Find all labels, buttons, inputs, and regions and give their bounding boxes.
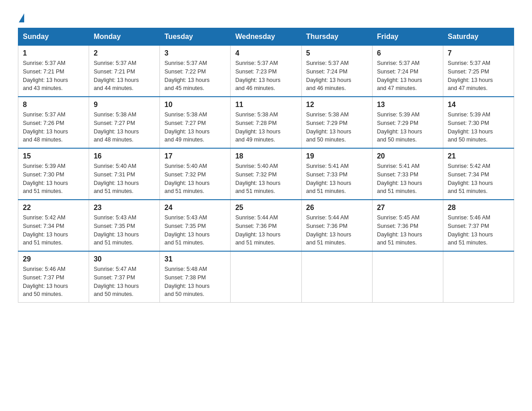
- day-number: 9: [94, 101, 155, 109]
- calendar-cell: 16 Sunrise: 5:40 AM Sunset: 7:31 PM Dayl…: [89, 148, 160, 200]
- day-number: 18: [235, 152, 296, 160]
- day-info: Sunrise: 5:42 AM Sunset: 7:34 PM Dayligh…: [448, 162, 509, 196]
- calendar-cell: 9 Sunrise: 5:38 AM Sunset: 7:27 PM Dayli…: [89, 97, 160, 148]
- calendar-cell: 29 Sunrise: 5:46 AM Sunset: 7:37 PM Dayl…: [18, 251, 89, 303]
- day-info: Sunrise: 5:37 AM Sunset: 7:21 PM Dayligh…: [94, 59, 155, 93]
- day-info: Sunrise: 5:38 AM Sunset: 7:27 PM Dayligh…: [94, 111, 155, 144]
- calendar-cell: 30 Sunrise: 5:47 AM Sunset: 7:37 PM Dayl…: [89, 251, 160, 303]
- calendar-cell: 3 Sunrise: 5:37 AM Sunset: 7:22 PM Dayli…: [160, 46, 231, 97]
- calendar-cell: 5 Sunrise: 5:37 AM Sunset: 7:24 PM Dayli…: [301, 46, 372, 97]
- calendar-cell: [372, 251, 443, 303]
- day-number: 31: [164, 255, 226, 263]
- day-info: Sunrise: 5:37 AM Sunset: 7:24 PM Dayligh…: [377, 59, 438, 93]
- day-info: Sunrise: 5:46 AM Sunset: 7:37 PM Dayligh…: [23, 265, 84, 299]
- calendar-week-row: 29 Sunrise: 5:46 AM Sunset: 7:37 PM Dayl…: [18, 251, 514, 303]
- day-info: Sunrise: 5:37 AM Sunset: 7:21 PM Dayligh…: [23, 59, 84, 93]
- day-number: 8: [23, 101, 84, 109]
- calendar-cell: 21 Sunrise: 5:42 AM Sunset: 7:34 PM Dayl…: [443, 148, 514, 200]
- calendar-week-row: 15 Sunrise: 5:39 AM Sunset: 7:30 PM Dayl…: [18, 148, 514, 200]
- day-info: Sunrise: 5:41 AM Sunset: 7:33 PM Dayligh…: [306, 162, 368, 196]
- calendar-header-monday: Monday: [89, 28, 160, 46]
- day-number: 12: [306, 101, 368, 109]
- calendar-cell: [443, 251, 514, 303]
- day-info: Sunrise: 5:41 AM Sunset: 7:33 PM Dayligh…: [377, 162, 438, 196]
- calendar-cell: 4 Sunrise: 5:37 AM Sunset: 7:23 PM Dayli…: [231, 46, 301, 97]
- day-number: 22: [23, 204, 84, 212]
- day-info: Sunrise: 5:39 AM Sunset: 7:30 PM Dayligh…: [23, 162, 84, 196]
- calendar-cell: 13 Sunrise: 5:39 AM Sunset: 7:29 PM Dayl…: [372, 97, 443, 148]
- day-number: 21: [448, 152, 509, 160]
- calendar-header-sunday: Sunday: [18, 28, 89, 46]
- calendar-cell: 28 Sunrise: 5:46 AM Sunset: 7:37 PM Dayl…: [443, 200, 514, 251]
- calendar-header-thursday: Thursday: [301, 28, 372, 46]
- calendar-cell: 2 Sunrise: 5:37 AM Sunset: 7:21 PM Dayli…: [89, 46, 160, 97]
- page-header: [18, 13, 514, 23]
- logo: [18, 13, 24, 23]
- calendar-header-wednesday: Wednesday: [231, 28, 301, 46]
- calendar-week-row: 8 Sunrise: 5:37 AM Sunset: 7:26 PM Dayli…: [18, 97, 514, 148]
- day-info: Sunrise: 5:44 AM Sunset: 7:36 PM Dayligh…: [235, 214, 296, 247]
- calendar-cell: 11 Sunrise: 5:38 AM Sunset: 7:28 PM Dayl…: [231, 97, 301, 148]
- day-info: Sunrise: 5:48 AM Sunset: 7:38 PM Dayligh…: [164, 265, 226, 299]
- calendar-cell: 20 Sunrise: 5:41 AM Sunset: 7:33 PM Dayl…: [372, 148, 443, 200]
- day-number: 16: [94, 152, 155, 160]
- day-number: 30: [94, 255, 155, 263]
- calendar-cell: 26 Sunrise: 5:44 AM Sunset: 7:36 PM Dayl…: [301, 200, 372, 251]
- calendar-cell: 17 Sunrise: 5:40 AM Sunset: 7:32 PM Dayl…: [160, 148, 231, 200]
- day-number: 7: [448, 49, 509, 57]
- calendar-cell: 24 Sunrise: 5:43 AM Sunset: 7:35 PM Dayl…: [160, 200, 231, 251]
- calendar-cell: 27 Sunrise: 5:45 AM Sunset: 7:36 PM Dayl…: [372, 200, 443, 251]
- calendar-table: SundayMondayTuesdayWednesdayThursdayFrid…: [18, 28, 514, 303]
- calendar-cell: 22 Sunrise: 5:42 AM Sunset: 7:34 PM Dayl…: [18, 200, 89, 251]
- day-info: Sunrise: 5:47 AM Sunset: 7:37 PM Dayligh…: [94, 265, 155, 299]
- calendar-header-tuesday: Tuesday: [160, 28, 231, 46]
- day-number: 26: [306, 204, 368, 212]
- calendar-week-row: 1 Sunrise: 5:37 AM Sunset: 7:21 PM Dayli…: [18, 46, 514, 97]
- day-info: Sunrise: 5:38 AM Sunset: 7:29 PM Dayligh…: [306, 111, 368, 144]
- day-info: Sunrise: 5:40 AM Sunset: 7:32 PM Dayligh…: [235, 162, 296, 196]
- day-number: 17: [164, 152, 226, 160]
- day-info: Sunrise: 5:44 AM Sunset: 7:36 PM Dayligh…: [306, 214, 368, 247]
- day-info: Sunrise: 5:43 AM Sunset: 7:35 PM Dayligh…: [164, 214, 226, 247]
- day-number: 13: [377, 101, 438, 109]
- day-number: 24: [164, 204, 226, 212]
- day-number: 10: [164, 101, 226, 109]
- day-number: 3: [164, 49, 226, 57]
- calendar-cell: 12 Sunrise: 5:38 AM Sunset: 7:29 PM Dayl…: [301, 97, 372, 148]
- day-info: Sunrise: 5:46 AM Sunset: 7:37 PM Dayligh…: [448, 214, 509, 247]
- day-number: 5: [306, 49, 368, 57]
- logo-triangle-icon: [19, 13, 24, 22]
- calendar-cell: 23 Sunrise: 5:43 AM Sunset: 7:35 PM Dayl…: [89, 200, 160, 251]
- day-number: 11: [235, 101, 296, 109]
- day-info: Sunrise: 5:40 AM Sunset: 7:32 PM Dayligh…: [164, 162, 226, 196]
- day-number: 4: [235, 49, 296, 57]
- day-info: Sunrise: 5:37 AM Sunset: 7:26 PM Dayligh…: [23, 111, 84, 144]
- calendar-cell: 7 Sunrise: 5:37 AM Sunset: 7:25 PM Dayli…: [443, 46, 514, 97]
- calendar-cell: 31 Sunrise: 5:48 AM Sunset: 7:38 PM Dayl…: [160, 251, 231, 303]
- day-info: Sunrise: 5:40 AM Sunset: 7:31 PM Dayligh…: [94, 162, 155, 196]
- day-number: 28: [448, 204, 509, 212]
- calendar-header-row: SundayMondayTuesdayWednesdayThursdayFrid…: [18, 28, 514, 46]
- calendar-cell: [301, 251, 372, 303]
- calendar-cell: 15 Sunrise: 5:39 AM Sunset: 7:30 PM Dayl…: [18, 148, 89, 200]
- day-number: 2: [94, 49, 155, 57]
- calendar-header-saturday: Saturday: [443, 28, 514, 46]
- day-number: 20: [377, 152, 438, 160]
- day-number: 15: [23, 152, 84, 160]
- day-number: 1: [23, 49, 84, 57]
- calendar-cell: 14 Sunrise: 5:39 AM Sunset: 7:30 PM Dayl…: [443, 97, 514, 148]
- day-info: Sunrise: 5:38 AM Sunset: 7:28 PM Dayligh…: [235, 111, 296, 144]
- day-info: Sunrise: 5:45 AM Sunset: 7:36 PM Dayligh…: [377, 214, 438, 247]
- day-info: Sunrise: 5:37 AM Sunset: 7:23 PM Dayligh…: [235, 59, 296, 93]
- day-info: Sunrise: 5:37 AM Sunset: 7:25 PM Dayligh…: [448, 59, 509, 93]
- calendar-cell: 1 Sunrise: 5:37 AM Sunset: 7:21 PM Dayli…: [18, 46, 89, 97]
- day-number: 27: [377, 204, 438, 212]
- calendar-cell: 19 Sunrise: 5:41 AM Sunset: 7:33 PM Dayl…: [301, 148, 372, 200]
- day-info: Sunrise: 5:43 AM Sunset: 7:35 PM Dayligh…: [94, 214, 155, 247]
- calendar-cell: 8 Sunrise: 5:37 AM Sunset: 7:26 PM Dayli…: [18, 97, 89, 148]
- calendar-cell: [231, 251, 301, 303]
- day-info: Sunrise: 5:39 AM Sunset: 7:29 PM Dayligh…: [377, 111, 438, 144]
- day-number: 23: [94, 204, 155, 212]
- day-info: Sunrise: 5:38 AM Sunset: 7:27 PM Dayligh…: [164, 111, 226, 144]
- calendar-week-row: 22 Sunrise: 5:42 AM Sunset: 7:34 PM Dayl…: [18, 200, 514, 251]
